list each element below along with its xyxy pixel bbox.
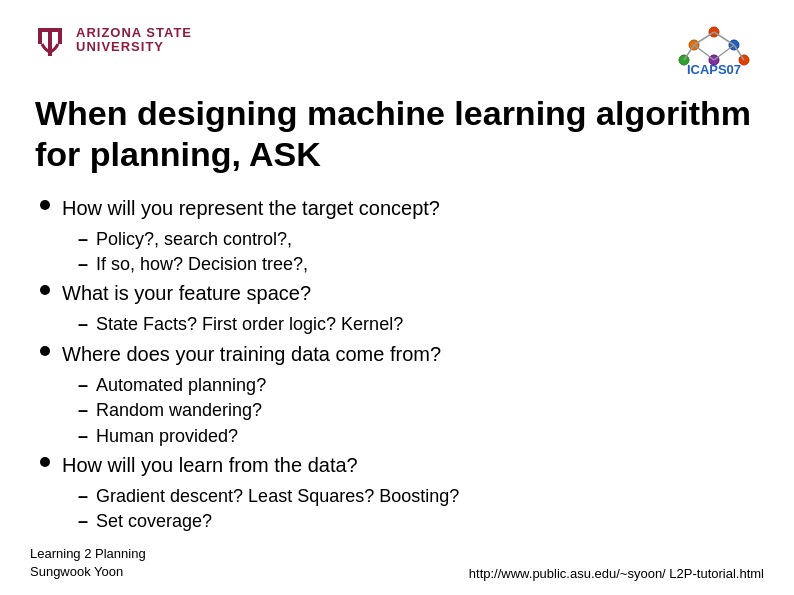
content-area: How will you represent the target concep… [40,195,764,534]
asu-text-block: ARIZONA STATE UNIVERSITY [76,26,192,55]
sub-bullet-1-2: – If so, how? Decision tree?, [78,253,764,276]
bullet-text-2: What is your feature space? [62,280,311,307]
dash-icon: – [78,314,88,335]
sub-bullets-4: – Gradient descent? Least Squares? Boost… [78,485,764,534]
sub-bullets-1: – Policy?, search control?, – If so, how… [78,228,764,277]
sub-bullet-text-3-3: Human provided? [96,425,238,448]
sub-bullet-text-2-1: State Facts? First order logic? Kernel? [96,313,403,336]
sub-bullet-3-3: – Human provided? [78,425,764,448]
svg-line-11 [714,32,734,45]
bullet-text-3: Where does your training data come from? [62,341,441,368]
dash-icon: – [78,229,88,250]
sub-bullet-text-4-2: Set coverage? [96,510,212,533]
dash-icon: – [78,375,88,396]
sub-bullet-text-4-1: Gradient descent? Least Squares? Boostin… [96,485,459,508]
page-title: When designing machine learning algorith… [35,93,764,175]
asu-logo: ARIZONA STATE UNIVERSITY [30,20,192,60]
footer-url: http://www.public.asu.edu/~syoon/ L2P-tu… [469,566,764,581]
sub-bullet-text-3-2: Random wandering? [96,399,262,422]
bullet-dot-1 [40,200,50,210]
bullet-dot-2 [40,285,50,295]
bullet-dot-3 [40,346,50,356]
sub-bullet-3-2: – Random wandering? [78,399,764,422]
header: ARIZONA STATE UNIVERSITY [30,20,764,75]
asu-name-line1: ARIZONA STATE [76,26,192,40]
footer-line2: Sungwook Yoon [30,563,146,581]
dash-icon: – [78,254,88,275]
sub-bullet-3-1: – Automated planning? [78,374,764,397]
dash-icon: – [78,400,88,421]
sub-bullets-3: – Automated planning? – Random wandering… [78,374,764,448]
bullet-3: Where does your training data come from? [40,341,764,368]
asu-name-line2: UNIVERSITY [76,40,192,54]
sub-bullet-4-1: – Gradient descent? Least Squares? Boost… [78,485,764,508]
sub-bullet-2-1: – State Facts? First order logic? Kernel… [78,313,764,336]
bullet-text-4: How will you learn from the data? [62,452,358,479]
svg-line-14 [714,45,734,60]
dash-icon: – [78,511,88,532]
svg-rect-3 [38,28,62,32]
slide: ARIZONA STATE UNIVERSITY [0,0,794,595]
svg-line-13 [694,45,714,60]
icaps-logo-svg: ICAPS07 [664,20,764,75]
bullet-1: How will you represent the target concep… [40,195,764,222]
bullet-2: What is your feature space? [40,280,764,307]
sub-bullet-text-3-1: Automated planning? [96,374,266,397]
sub-bullet-text-1-2: If so, how? Decision tree?, [96,253,308,276]
bullet-dot-4 [40,457,50,467]
sub-bullets-2: – State Facts? First order logic? Kernel… [78,313,764,336]
sub-bullet-4-2: – Set coverage? [78,510,764,533]
footer-line1: Learning 2 Planning [30,545,146,563]
dash-icon: – [78,486,88,507]
svg-text:ICAPS07: ICAPS07 [687,62,741,75]
footer: Learning 2 Planning Sungwook Yoon http:/… [30,545,764,581]
sub-bullet-text-1-1: Policy?, search control?, [96,228,292,251]
icaps-logo: ICAPS07 [664,20,764,75]
sub-bullet-1-1: – Policy?, search control?, [78,228,764,251]
bullet-4: How will you learn from the data? [40,452,764,479]
svg-line-10 [694,32,714,45]
asu-pitchfork-icon [30,20,70,60]
bullet-text-1: How will you represent the target concep… [62,195,440,222]
dash-icon: – [78,426,88,447]
footer-left: Learning 2 Planning Sungwook Yoon [30,545,146,581]
